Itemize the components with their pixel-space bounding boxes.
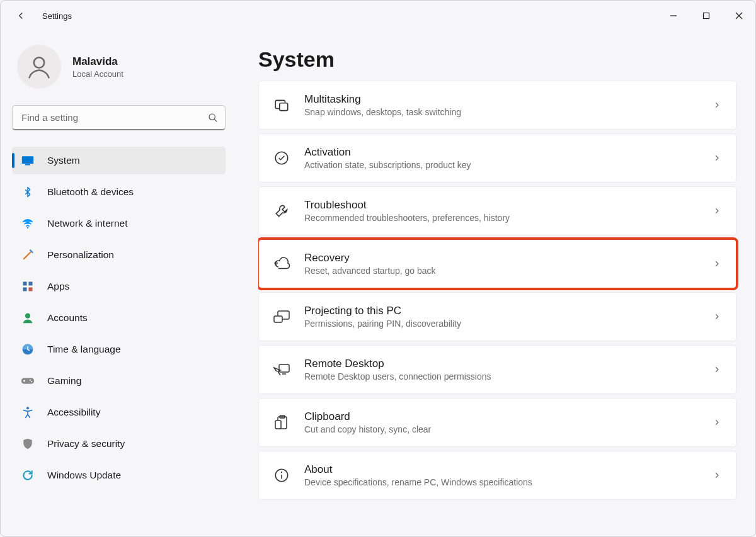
chevron-right-icon [712,259,722,269]
svg-point-19 [26,407,29,409]
privacy-icon [21,438,35,450]
arrow-left-icon [15,10,26,21]
sidebar-item-windowsupdate[interactable]: Windows Update [12,461,226,489]
sidebar-item-personalization[interactable]: Personalization [12,241,226,269]
settings-card-remotedesktop[interactable]: Remote Desktop Remote Desktop users, con… [258,345,736,394]
chevron-right-icon [712,312,722,322]
sidebar-item-system[interactable]: System [12,147,226,174]
sidebar-item-label: Privacy & security [47,438,125,449]
card-title: Multitasking [304,93,698,106]
svg-point-9 [27,227,29,229]
svg-rect-7 [22,156,33,164]
card-title: Recovery [304,252,698,264]
sidebar: Malavida Local Account System Bluetooth … [1,31,237,536]
chevron-right-icon [712,365,722,375]
chevron-right-icon [712,100,722,110]
svg-line-6 [214,119,217,122]
projecting-icon [273,309,290,324]
svg-rect-21 [280,103,288,111]
card-title: Activation [304,146,698,159]
clipboard-icon [273,414,290,431]
chevron-right-icon [712,470,722,480]
sidebar-item-label: Accessibility [47,407,100,418]
minimize-button[interactable] [657,3,690,28]
bluetooth-icon [21,186,35,198]
about-icon [273,467,290,483]
card-title: About [304,463,698,476]
card-text: Remote Desktop Remote Desktop users, con… [304,358,698,382]
svg-rect-25 [279,365,289,372]
svg-rect-12 [23,288,27,291]
card-subtitle: Recommended troubleshooters, preferences… [304,213,698,223]
svg-point-18 [31,381,32,382]
settings-card-about[interactable]: About Device specifications, rename PC, … [258,451,736,500]
content: System Multitasking Snap windows, deskto… [237,31,755,536]
window-title: Settings [42,11,72,21]
titlebar: Settings [1,1,755,31]
personalization-icon [21,249,35,261]
sidebar-item-accounts[interactable]: Accounts [12,304,226,332]
card-title: Remote Desktop [304,358,698,370]
profile-block[interactable]: Malavida Local Account [12,40,226,101]
recovery-icon [273,256,290,272]
profile-subtitle: Local Account [72,69,123,79]
close-icon [735,12,743,20]
card-text: Troubleshoot Recommended troubleshooters… [304,199,698,223]
sidebar-item-label: Personalization [47,249,114,261]
card-text: Projecting to this PC Permissions, pairi… [304,305,698,329]
maximize-button[interactable] [690,3,723,28]
search-input[interactable] [12,105,226,130]
activation-icon [273,150,290,166]
card-title: Projecting to this PC [304,305,698,317]
card-text: Activation Activation state, subscriptio… [304,146,698,170]
time-icon [21,343,35,356]
card-subtitle: Remote Desktop users, connection permiss… [304,371,698,382]
sidebar-item-apps[interactable]: Apps [12,273,226,300]
multitasking-icon [273,97,290,113]
sidebar-item-gaming[interactable]: Gaming [12,367,226,395]
card-title: Clipboard [304,410,698,423]
svg-rect-13 [29,288,33,291]
card-subtitle: Reset, advanced startup, go back [304,266,698,276]
sidebar-item-accessibility[interactable]: Accessibility [12,399,226,426]
apps-icon [21,281,35,292]
svg-point-5 [209,114,215,120]
card-subtitle: Activation state, subscriptions, product… [304,160,698,170]
card-subtitle: Snap windows, desktops, task switching [304,107,698,117]
card-text: Multitasking Snap windows, desktops, tas… [304,93,698,117]
svg-rect-8 [25,164,30,166]
close-button[interactable] [723,3,755,28]
sidebar-item-label: System [47,155,80,166]
avatar [17,45,61,89]
troubleshoot-icon [273,203,290,219]
sidebar-item-label: Time & language [47,344,121,355]
nav-list: System Bluetooth & devices Network & int… [12,147,226,489]
gaming-icon [21,376,35,386]
settings-card-clipboard[interactable]: Clipboard Cut and copy history, sync, cl… [258,398,736,447]
sidebar-item-privacy[interactable]: Privacy & security [12,430,226,458]
settings-card-multitasking[interactable]: Multitasking Snap windows, desktops, tas… [258,81,736,130]
settings-card-recovery[interactable]: Recovery Reset, advanced startup, go bac… [258,239,736,288]
sidebar-item-time[interactable]: Time & language [12,336,226,363]
card-text: About Device specifications, rename PC, … [304,463,698,487]
settings-card-activation[interactable]: Activation Activation state, subscriptio… [258,133,736,183]
svg-rect-16 [21,378,34,383]
sidebar-item-label: Network & internet [47,218,128,229]
maximize-icon [702,12,710,20]
accessibility-icon [21,406,35,419]
svg-rect-11 [29,282,33,286]
remotedesktop-icon [273,362,290,377]
svg-rect-28 [275,421,281,429]
back-button[interactable] [11,6,31,26]
sidebar-item-bluetooth[interactable]: Bluetooth & devices [12,178,226,206]
sidebar-item-network[interactable]: Network & internet [12,210,226,237]
settings-card-projecting[interactable]: Projecting to this PC Permissions, pairi… [258,292,736,341]
chevron-right-icon [712,153,722,163]
card-subtitle: Device specifications, rename PC, Window… [304,477,698,487]
settings-card-troubleshoot[interactable]: Troubleshoot Recommended troubleshooters… [258,186,736,235]
svg-point-4 [34,57,45,68]
chevron-right-icon [712,206,722,216]
svg-point-17 [30,380,31,381]
page-heading: System [258,47,743,72]
system-icon [21,155,35,166]
